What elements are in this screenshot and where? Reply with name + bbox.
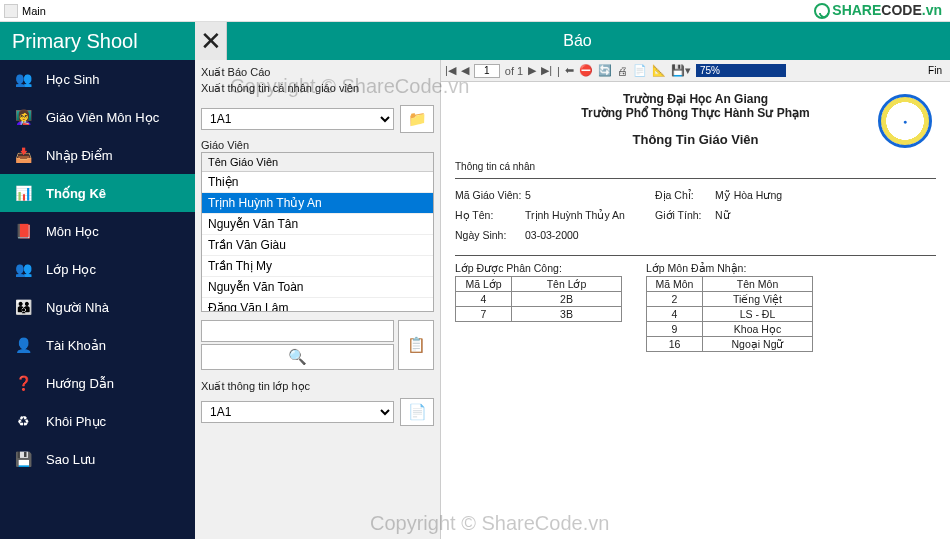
field-dob-label: Ngày Sinh: [455,229,525,241]
sidebar-item-5[interactable]: 👥Lớp Học [0,250,195,288]
teacher-listview[interactable]: Tên Giáo Viên ThiệnTrịnh Huỳnh Thủy AnNg… [201,152,434,312]
report-subtitle: Thông tin cá nhân [455,161,936,172]
sidebar-title: Primary Shool [0,22,195,60]
sidebar-item-6[interactable]: 👪Người Nhà [0,288,195,326]
refresh-button[interactable]: 🔄 [598,64,612,77]
prev-page-button[interactable]: ◀ [461,64,469,77]
sidebar-item-4[interactable]: 📕Môn Học [0,212,195,250]
field-id-value: 5 [525,189,655,201]
topbar: ✕ Báo [195,22,950,60]
sidebar-item-9[interactable]: ♻Khôi Phục [0,402,195,440]
table-row: 73B [456,307,622,322]
find-label[interactable]: Fin [924,65,946,76]
export-class-button[interactable]: 📄 [400,398,434,426]
sidebar-item-0[interactable]: 👥Học Sinh [0,60,195,98]
table-header: Mã Môn [647,277,703,292]
recycle-icon [814,3,830,19]
sidebar-item-label: Thống Kê [46,186,106,201]
first-page-button[interactable]: |◀ [445,64,456,77]
sidebar-icon: 📕 [12,223,34,239]
sidebar-item-label: Môn Học [46,224,99,239]
export-class-label: Xuất thông tin lớp học [201,380,434,393]
info-grid: Mã Giáo Viên: 5 Địa Chỉ: Mỹ Hòa Hưng Họ … [455,189,936,241]
sidebar-item-3[interactable]: 📊Thống Kê [0,174,195,212]
sidebar-item-label: Sao Lưu [46,452,95,467]
setup-button[interactable]: 📐 [652,64,666,77]
field-name-value: Trịnh Huỳnh Thủy An [525,209,655,221]
list-item[interactable]: Thiện [202,172,433,193]
stop-button[interactable]: ⛔ [579,64,593,77]
table2-title: Lớp Môn Đảm Nhận: [646,262,813,274]
field-dob-value: 03-03-2000 [525,229,655,241]
sidebar-icon: 💾 [12,451,34,467]
report-title: Thông Tin Giáo Viên [455,132,936,147]
sidebar: Primary Shool 👥Học Sinh👩‍🏫Giáo Viên Môn … [0,22,195,539]
sidebar-item-1[interactable]: 👩‍🏫Giáo Viên Môn Học [0,98,195,136]
topbar-title: Báo [227,32,950,50]
sidebar-item-7[interactable]: 👤Tài Khoản [0,326,195,364]
layout-button[interactable]: 📄 [633,64,647,77]
export-report-label: Xuất Báo Cáo [201,66,434,79]
zoom-select[interactable]: 75% [696,64,786,77]
list-item[interactable]: Nguyễn Văn Toàn [202,277,433,298]
subject-table: Mã MônTên Môn2Tiếng Việt4LS - ĐL9Khoa Họ… [646,276,813,352]
class-select-1[interactable]: 1A1 [201,108,394,130]
sidebar-icon: 👥 [12,71,34,87]
field-addr-value: Mỹ Hòa Hưng [715,189,815,201]
table-header: Tên Môn [703,277,813,292]
sidebar-item-8[interactable]: ❓Hướng Dẫn [0,364,195,402]
sidebar-icon: ♻ [12,413,34,429]
report-header-2: Trường Phổ Thông Thực Hành Sư Phạm [455,106,936,120]
sidebar-item-label: Người Nhà [46,300,109,315]
table-row: 2Tiếng Việt [647,292,813,307]
document-icon: 📄 [408,403,427,421]
subject-block: Lớp Môn Đảm Nhận: Mã MônTên Môn2Tiếng Vi… [646,262,813,352]
next-page-button[interactable]: ▶ [528,64,536,77]
back-button[interactable]: ⬅ [565,64,574,77]
report-body: ● Trường Đại Học An Giang Trường Phổ Thô… [441,82,950,539]
sidebar-icon: ❓ [12,375,34,391]
report-viewer: |◀ ◀ of 1 ▶ ▶| | ⬅ ⛔ 🔄 🖨 📄 📐 💾▾ 75% Fin [440,60,950,539]
folder-icon: 📁 [408,110,427,128]
assigned-class-table: Mã LớpTên Lớp42B73B [455,276,622,322]
sidebar-item-label: Học Sinh [46,72,100,87]
last-page-button[interactable]: ▶| [541,64,552,77]
list-item[interactable]: Trần Thị My [202,256,433,277]
page-number-input[interactable] [474,64,500,78]
filter-panel: Xuất Báo Cáo Xuất thông tin cá nhân giáo… [195,60,440,539]
export-button[interactable]: 💾▾ [671,64,691,77]
listview-header: Tên Giáo Viên [202,153,433,172]
sidebar-icon: 👤 [12,337,34,353]
sidebar-icon: 👥 [12,261,34,277]
class-select-2[interactable]: 1A1 [201,401,394,423]
close-panel-button[interactable]: ✕ [195,22,227,60]
list-item[interactable]: Trần Văn Giàu [202,235,433,256]
sidebar-item-label: Khôi Phục [46,414,106,429]
search-button[interactable]: 🔍 [201,344,394,370]
table-row: 9Khoa Học [647,322,813,337]
field-id-label: Mã Giáo Viên: [455,189,525,201]
sidebar-icon: 📥 [12,147,34,163]
separator [455,255,936,256]
sidebar-item-10[interactable]: 💾Sao Lưu [0,440,195,478]
clipboard-button[interactable]: 📋 [398,320,434,370]
assigned-class-block: Lớp Được Phân Công: Mã LớpTên Lớp42B73B [455,262,622,352]
sidebar-item-label: Hướng Dẫn [46,376,114,391]
page-of-label: of 1 [505,65,523,77]
print-button[interactable]: 🖨 [617,65,628,77]
field-addr-label: Địa Chỉ: [655,189,715,201]
list-item[interactable]: Trịnh Huỳnh Thủy An [202,193,433,214]
window-title: Main [22,5,46,17]
report-toolbar: |◀ ◀ of 1 ▶ ▶| | ⬅ ⛔ 🔄 🖨 📄 📐 💾▾ 75% Fin [441,60,950,82]
export-folder-button[interactable]: 📁 [400,105,434,133]
app-icon [4,4,18,18]
school-logo: ● [878,94,932,148]
list-item[interactable]: Đặng Văn Lâm [202,298,433,312]
table-header: Tên Lớp [512,277,622,292]
list-item[interactable]: Nguyễn Văn Tân [202,214,433,235]
separator [455,178,936,179]
search-input[interactable] [201,320,394,342]
sidebar-item-2[interactable]: 📥Nhập Điểm [0,136,195,174]
table-row: 42B [456,292,622,307]
table-header: Mã Lớp [456,277,512,292]
